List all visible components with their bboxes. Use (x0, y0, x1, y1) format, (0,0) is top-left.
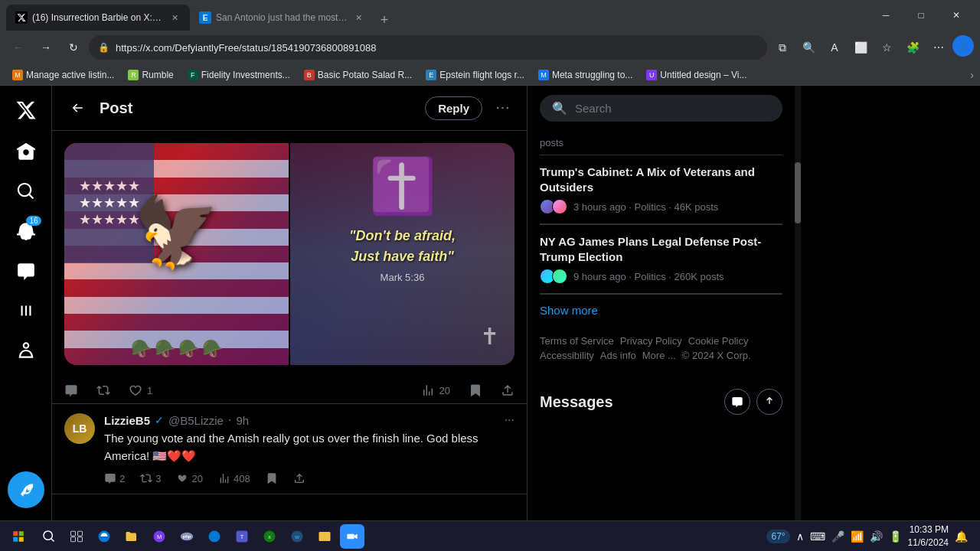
search-container[interactable]: 🔍 (540, 95, 782, 122)
compose-button[interactable] (8, 471, 44, 508)
reload-button[interactable]: ↻ (61, 35, 86, 60)
svg-rect-1 (19, 531, 24, 536)
reply-avatar[interactable]: LB (64, 413, 95, 444)
zoom-button[interactable]: 🔍 (796, 35, 821, 60)
taskbar-task-view[interactable] (64, 524, 89, 549)
post-image-faith[interactable]: ✝️ "Don't be afraid, Just have faith" Ma… (290, 143, 514, 365)
bookmark-meta[interactable]: M Meta struggling to... (532, 66, 639, 84)
sidebar-item-grok[interactable] (8, 292, 44, 329)
close-button[interactable]: ✕ (939, 3, 974, 28)
reply-action-button[interactable] (64, 383, 78, 397)
tray-mic[interactable]: 🎤 (831, 530, 844, 543)
bookmark-potato-salad[interactable]: B Basic Potato Salad R... (298, 66, 418, 84)
taskbar-browser[interactable] (202, 524, 227, 549)
scrollbar-thumb[interactable] (795, 162, 801, 223)
sidebar-item-messages[interactable] (8, 253, 44, 289)
bookmark-fidelity[interactable]: F Fidelity Investments... (181, 66, 296, 84)
footer-link-ads[interactable]: Ads info (600, 350, 636, 361)
bookmark-epstein[interactable]: E Epstein flight logs r... (420, 66, 531, 84)
taskbar-edge[interactable] (92, 524, 116, 549)
forward-button[interactable]: → (34, 35, 58, 60)
bookmark-rumble[interactable]: R Rumble (122, 66, 179, 84)
bookmarks-bar: M Manage active listin... R Rumble F Fid… (0, 64, 980, 86)
taskbar-myharmony[interactable]: M (147, 524, 172, 549)
reply-button[interactable]: Reply (425, 96, 482, 120)
trending-item-1[interactable]: Trump's Cabinet: A Mix of Veterans and O… (540, 155, 782, 224)
bookmark-untitled[interactable]: U Untitled design – Vi... (640, 66, 753, 84)
reply-bookmark-button[interactable] (266, 472, 278, 484)
address-bar[interactable]: 🔒 https://x.com/DefyiantlyFree/status/18… (89, 35, 767, 60)
tray-battery[interactable]: 🔋 (889, 530, 902, 543)
trending-item-2[interactable]: NY AG James Plans Legal Defense Post-Tru… (540, 225, 782, 294)
translate-button[interactable]: A (822, 35, 847, 60)
url-text: https://x.com/DefyiantlyFree/status/1854… (116, 42, 758, 54)
trending-title-1: Trump's Cabinet: A Mix of Veterans and O… (540, 165, 782, 194)
bookmark-button[interactable]: ☆ (874, 35, 899, 60)
bookmark-manage-listings[interactable]: M Manage active listin... (6, 66, 120, 84)
page-scrollbar[interactable] (795, 86, 801, 520)
retweet-action-button[interactable] (96, 383, 110, 397)
taskbar-file-explorer[interactable] (119, 524, 144, 549)
back-button[interactable]: ← (6, 35, 31, 60)
show-more-button[interactable]: Show more (540, 295, 782, 326)
footer-link-accessibility[interactable]: Accessibility (540, 350, 594, 361)
reply-handle: @B5Lizzie (168, 414, 224, 427)
x-logo-button[interactable] (8, 92, 44, 129)
reply-like-count: 20 (191, 473, 202, 484)
footer-link-privacy[interactable]: Privacy Policy (620, 335, 682, 347)
start-button[interactable] (6, 524, 31, 549)
tab-close-1[interactable]: ✕ (168, 11, 181, 24)
system-clock[interactable]: 10:33 PM 11/6/2024 (908, 523, 949, 549)
maximize-button[interactable]: □ (903, 3, 939, 28)
browser-tab-2[interactable]: E San Antonio just had the most ra... ✕ (190, 5, 374, 31)
search-icon: 🔍 (552, 101, 567, 116)
taskbar-teams[interactable]: T (230, 524, 254, 549)
sidebar-item-home[interactable] (8, 133, 44, 170)
taskbar-php[interactable]: php (175, 524, 199, 549)
reply-share-button[interactable] (293, 472, 305, 484)
taskbar-search[interactable] (37, 524, 61, 549)
new-tab-button[interactable]: + (374, 9, 395, 31)
taskbar-waterfox[interactable]: W (285, 524, 309, 549)
browser-menu-button[interactable]: ⋯ (926, 35, 951, 60)
share-action-button[interactable] (501, 383, 514, 397)
tray-wifi[interactable]: 📶 (851, 530, 864, 543)
notification-count: 16 (26, 216, 41, 226)
reply-like-button[interactable]: 20 (176, 472, 202, 484)
profile-button[interactable]: 👤 (952, 35, 974, 57)
footer-link-terms[interactable]: Terms of Service (540, 335, 614, 347)
bookmark-action-button[interactable] (469, 383, 482, 397)
like-action-button[interactable]: 1 (129, 383, 152, 397)
messages-compose-button[interactable] (756, 389, 782, 415)
back-navigation-button[interactable] (64, 95, 90, 121)
tray-volume[interactable]: 🔊 (870, 530, 883, 543)
taskbar-xbox[interactable]: X (257, 524, 282, 549)
reply-more-button[interactable]: ··· (505, 413, 514, 427)
footer-link-more[interactable]: More ... (642, 350, 676, 361)
taskbar-zoom[interactable] (340, 524, 364, 549)
tab-close-2[interactable]: ✕ (352, 11, 364, 24)
search-input[interactable] (575, 102, 770, 115)
taskbar-files[interactable] (312, 524, 337, 549)
reply-reply-button[interactable]: 2 (104, 472, 125, 484)
minimize-button[interactable]: ─ (868, 3, 903, 28)
browser-extensions-button[interactable]: 🧩 (900, 35, 925, 60)
sidebar-item-explore[interactable] (8, 173, 44, 210)
extensions-button[interactable]: ⧉ (770, 35, 795, 60)
tray-keyboard[interactable]: ⌨ (810, 530, 825, 543)
footer-copyright: © 2024 X Corp. (682, 350, 751, 361)
reply-username[interactable]: LizzieB5 (104, 414, 150, 427)
messages-settings-button[interactable] (724, 389, 750, 415)
browser-tab-1[interactable]: (16) Insurrection Barbie on X: "Th... ✕ (6, 5, 190, 31)
reply-retweet-button[interactable]: 3 (140, 472, 161, 484)
tab-title-2: San Antonio just had the most ra... (216, 12, 348, 23)
sidebar-item-notifications[interactable]: 16 (8, 213, 44, 249)
bookmarks-overflow-button[interactable]: › (970, 69, 974, 81)
sidebar-item-profile[interactable] (8, 332, 44, 369)
footer-link-cookie[interactable]: Cookie Policy (688, 335, 749, 347)
post-settings-button[interactable] (488, 95, 514, 121)
post-image-eagle[interactable]: ★★★★★★★★★★★★★★★ 🦅 🪖🪖🪖🪖 (64, 143, 289, 365)
tray-notifications[interactable]: 🔔 (955, 530, 968, 543)
screen-capture-button[interactable]: ⬜ (848, 35, 873, 60)
tray-up-arrow[interactable]: ∧ (796, 530, 804, 543)
